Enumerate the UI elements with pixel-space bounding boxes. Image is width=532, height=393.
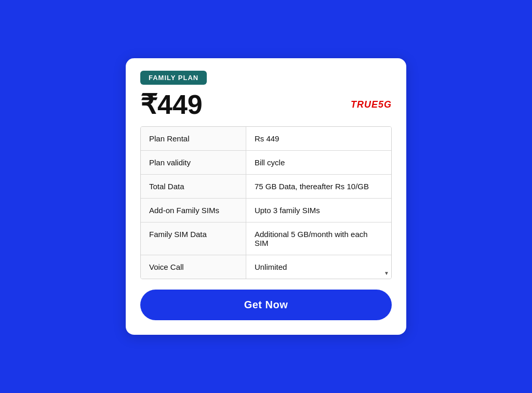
row-label: Family SIM Data <box>141 222 246 255</box>
table-scroll-area[interactable]: Plan RentalRs 449Plan validityBill cycle… <box>141 127 391 279</box>
table-row: Plan validityBill cycle <box>141 151 391 175</box>
row-value: Additional 5 GB/month with each SIM <box>246 222 391 255</box>
get-now-button[interactable]: Get Now <box>140 290 392 320</box>
plan-card: FAMILY PLAN ₹449 TRUE5G Plan RentalRs 44… <box>126 58 406 335</box>
table-row: Voice CallUnlimited <box>141 255 391 279</box>
row-value: Upto 3 family SIMs <box>246 199 391 222</box>
table-row: Add-on Family SIMsUpto 3 family SIMs <box>141 199 391 222</box>
true5g-label: TRUE5G <box>351 99 392 110</box>
row-value: Unlimited <box>246 255 391 279</box>
row-label: Voice Call <box>141 255 246 279</box>
row-value: 75 GB Data, thereafter Rs 10/GB <box>246 175 391 199</box>
table-row: Plan RentalRs 449 <box>141 127 391 151</box>
plan-badge: FAMILY PLAN <box>140 71 207 85</box>
row-value: Rs 449 <box>246 127 391 151</box>
row-label: Total Data <box>141 175 246 199</box>
table-row: Family SIM DataAdditional 5 GB/month wit… <box>141 222 391 255</box>
plan-details-table: Plan RentalRs 449Plan validityBill cycle… <box>140 126 392 279</box>
row-label: Plan validity <box>141 151 246 175</box>
row-label: Add-on Family SIMs <box>141 199 246 222</box>
table-row: Total Data75 GB Data, thereafter Rs 10/G… <box>141 175 391 199</box>
scroll-down-indicator: ▼ <box>383 268 390 278</box>
price-row: ₹449 TRUE5G <box>140 91 392 118</box>
row-value: Bill cycle <box>246 151 391 175</box>
row-label: Plan Rental <box>141 127 246 151</box>
plan-price: ₹449 <box>140 91 203 118</box>
